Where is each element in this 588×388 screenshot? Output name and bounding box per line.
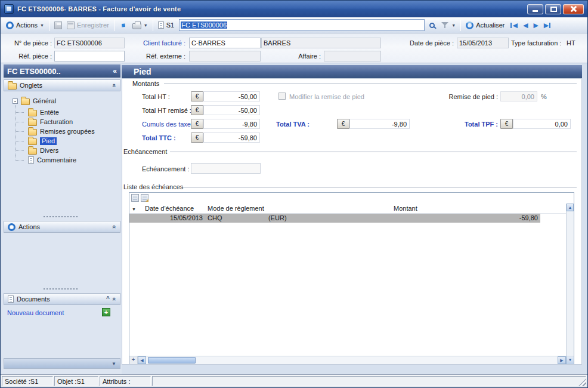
currency-button[interactable]: € — [191, 133, 203, 143]
client-code-field[interactable]: C-BARRES — [189, 38, 261, 48]
print-button[interactable]: ▼ — [130, 20, 150, 30]
app-icon — [4, 4, 14, 14]
col-header-mode[interactable]: Mode de règlement — [205, 204, 266, 213]
cumuls-taxes-link[interactable]: Cumuls des taxes : — [142, 121, 198, 128]
collapse-section-icon[interactable]: « — [111, 225, 118, 229]
add-row-button[interactable]: + — [129, 356, 138, 364]
minimize-icon — [533, 10, 538, 12]
nouveau-document-link[interactable]: Nouveau document — [7, 309, 64, 316]
nav-prev-button[interactable]: ◀ — [523, 21, 528, 29]
collapse-up-icon[interactable]: ^ — [106, 296, 110, 302]
actions-section-bar[interactable]: Actions « — [4, 221, 120, 233]
total-ht-field[interactable]: -50,00 — [203, 91, 260, 101]
scrollbar-track[interactable] — [146, 356, 558, 364]
affaire-field[interactable] — [324, 51, 381, 61]
piece-search-input[interactable]: FC ETS000006 — [179, 19, 425, 31]
ref-externe-field[interactable] — [189, 51, 261, 61]
currency-button[interactable]: € — [191, 91, 203, 101]
grid-edit-icon[interactable] — [141, 194, 148, 202]
collapse-node-icon[interactable] — [13, 98, 18, 104]
tree-node-label: Facturation — [40, 118, 73, 125]
total-ttc-field[interactable]: -59,80 — [203, 133, 260, 143]
filter-button[interactable]: ▼ — [439, 20, 458, 30]
sidebar-title: FC ETS00000.. « — [4, 64, 120, 78]
type-facturation-value: HT — [567, 39, 575, 47]
save-button[interactable] — [52, 20, 64, 30]
actualiser-button[interactable]: Actualiser — [463, 20, 507, 30]
search-button[interactable] — [427, 21, 439, 29]
tree-node-remises-groupees[interactable]: Remises groupées — [28, 127, 95, 136]
scroll-right-icon[interactable]: ▶ — [558, 356, 566, 364]
currency-button[interactable]: € — [191, 119, 203, 129]
tree-node-label: Divers — [40, 147, 58, 154]
folder-open-icon — [28, 138, 37, 145]
minimize-button[interactable] — [527, 4, 543, 14]
grid-icon[interactable] — [131, 194, 139, 202]
currency-button[interactable]: € — [191, 105, 203, 115]
total-tva-field[interactable]: -9,80 — [349, 119, 410, 129]
tree-node-divers[interactable]: Divers — [28, 146, 58, 155]
maximize-button[interactable] — [545, 4, 561, 14]
document-icon — [158, 21, 164, 29]
total-tva-label: Total TVA : — [276, 121, 310, 128]
scrollbar-thumb[interactable] — [148, 357, 196, 364]
scroll-up-icon[interactable]: ▲ — [567, 204, 574, 211]
col-header-montant[interactable]: Montant — [391, 204, 540, 213]
tree-node-facturation[interactable]: Facturation — [28, 117, 73, 127]
sync-button[interactable] — [117, 20, 130, 30]
scroll-down-icon[interactable]: ▼ — [112, 361, 116, 367]
close-button[interactable] — [563, 4, 584, 14]
nav-last-button[interactable]: ▶ — [544, 21, 550, 29]
currency-button[interactable]: € — [337, 119, 349, 129]
collapse-section-icon[interactable]: « — [111, 297, 118, 301]
piece-field[interactable]: FC ETS000006 — [54, 38, 125, 48]
tree-node-pied[interactable]: Pied — [28, 136, 57, 146]
table-row[interactable]: 15/05/2013 CHQ (EUR) -59,80 — [129, 214, 540, 223]
tree-node-label: Général — [33, 97, 56, 104]
documents-section-bar[interactable]: Documents ^ « — [4, 293, 120, 305]
remise-pied-unit: % — [541, 93, 547, 100]
onglets-section-bar[interactable]: Onglets « — [4, 79, 120, 91]
client-facture-link[interactable]: Client facturé : — [133, 39, 185, 47]
cell-currency: (EUR) — [266, 214, 391, 223]
tree-node-label-selected: Pied — [40, 137, 57, 145]
enregistrer-button[interactable]: Enregistrer — [64, 20, 112, 30]
tree-node-general[interactable]: Général — [13, 96, 56, 106]
scroll-corner[interactable]: ▼ — [566, 356, 574, 364]
application-window: FC ETS000006- BARRES - Facture d'avoir d… — [0, 0, 588, 388]
toolbar-separator — [49, 20, 49, 31]
total-ht-remise-field[interactable]: -50,00 — [203, 105, 260, 115]
actualiser-label: Actualiser — [476, 21, 505, 29]
echeances-table: ▼ Date d'échéance Mode de règlement Mont… — [129, 192, 574, 365]
ref-piece-field[interactable] — [54, 51, 125, 61]
refresh-icon — [466, 21, 474, 29]
scroll-left-icon[interactable]: ◀ — [138, 356, 146, 364]
collapse-section-icon[interactable]: « — [111, 84, 118, 87]
tree-node-commentaire[interactable]: Commentaire — [28, 155, 76, 165]
col-header-currency[interactable] — [266, 204, 391, 213]
currency-button[interactable]: € — [500, 119, 513, 129]
horizontal-scrollbar[interactable]: + ◀ ▶ ▼ — [129, 356, 574, 364]
tree-node-label: Commentaire — [37, 156, 76, 164]
status-societe: Société :S1 — [2, 376, 53, 386]
add-document-button[interactable]: + — [102, 308, 110, 316]
nav-next-button[interactable]: ▶ — [533, 21, 538, 29]
actions-button[interactable]: Actions ▼ — [4, 20, 47, 30]
s1-label: S1 — [166, 21, 174, 29]
actions-button-label: Actions — [16, 21, 38, 29]
vertical-scrollbar[interactable]: ▲ — [566, 204, 574, 356]
remise-pied-field[interactable]: 0,00 — [500, 91, 537, 101]
total-ht-remise-label: Total HT remisé : — [142, 107, 191, 114]
collapse-sidebar-icon[interactable]: « — [113, 67, 117, 75]
date-piece-field[interactable]: 15/05/2013 — [457, 38, 509, 48]
modifier-remise-checkbox[interactable] — [278, 93, 286, 100]
nav-first-button[interactable]: ◀ — [510, 21, 517, 29]
col-header-date[interactable]: Date d'échéance — [143, 204, 205, 213]
section-separator — [44, 288, 78, 290]
status-objet: Objet :S1 — [54, 376, 98, 386]
cumuls-taxes-field[interactable]: -9,80 — [203, 119, 260, 129]
total-tpf-field[interactable]: 0,00 — [513, 119, 571, 129]
montants-group-label: Montants — [132, 80, 159, 87]
echeancement-field[interactable] — [191, 163, 261, 174]
tree-node-entete[interactable]: Entête — [28, 107, 59, 117]
